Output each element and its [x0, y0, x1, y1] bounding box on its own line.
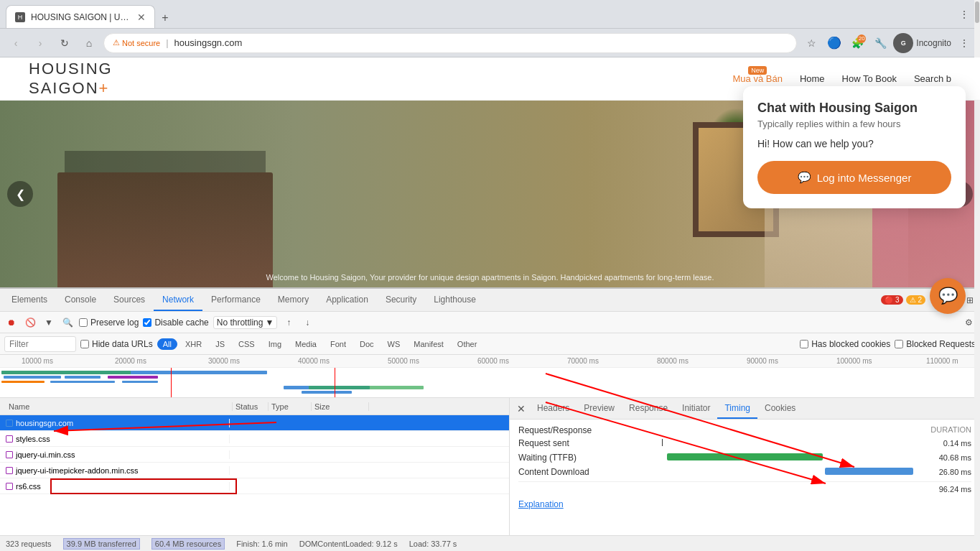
chip-font[interactable]: Font — [325, 338, 352, 350]
preserve-log-checkbox[interactable] — [79, 318, 88, 327]
tab-application[interactable]: Application — [317, 289, 377, 311]
tab-close-btn[interactable]: ✕ — [137, 11, 146, 23]
incognito-label: Incognito — [916, 38, 951, 48]
css-icon — [6, 435, 13, 443]
css-icon — [6, 451, 13, 458]
new-tab-button[interactable]: + — [155, 8, 175, 28]
detail-tab-headers[interactable]: Headers — [530, 398, 577, 419]
chrome-more-icon[interactable]: ⋮ — [954, 33, 974, 53]
timeline-bar-5 — [108, 376, 158, 379]
record-button[interactable]: ⏺ — [4, 315, 19, 330]
disable-cache-checkbox[interactable] — [143, 318, 151, 327]
detail-tab-timing[interactable]: Timing — [717, 398, 757, 419]
extensions-icon[interactable]: 🔧 — [870, 33, 890, 53]
row-name-rs6[interactable]: rs6.css — [0, 482, 230, 491]
filter-toggle-button[interactable]: ▼ — [42, 315, 56, 330]
import-har-icon[interactable]: ↑ — [281, 315, 296, 330]
table-row[interactable]: jquery-ui-timepicker-addon.min.css — [0, 463, 509, 478]
detail-tab-initiator[interactable]: Initiator — [675, 398, 717, 419]
tab-network[interactable]: Network — [154, 289, 202, 311]
chip-ws[interactable]: WS — [382, 338, 406, 350]
prev-slide-button[interactable]: ❮ — [7, 181, 33, 207]
messenger-icon: 💬 — [798, 171, 811, 184]
nav-mua-ban[interactable]: New Mua và Bán — [733, 73, 783, 84]
network-list-header: Name Status Type Size — [0, 398, 509, 415]
active-tab[interactable]: H HOUSING SAIGON | UNIQUE A... ✕ — [6, 5, 155, 28]
address-bar: ‹ › ↻ ⌂ ⚠ Not secure | housingsgn.com ☆ … — [0, 29, 980, 57]
tab-console[interactable]: Console — [56, 289, 105, 311]
nav-how-to-book[interactable]: How To Book — [842, 73, 897, 84]
website-area: HOUSING SAIGON+ New Mua và Bán Home How … — [0, 57, 980, 287]
chip-all[interactable]: All — [157, 338, 177, 350]
row-name-jquery-ui[interactable]: jquery-ui.min.css — [0, 450, 230, 459]
has-blocked-cookies-label[interactable]: Has blocked cookies — [800, 339, 890, 349]
table-row[interactable]: styles.css — [0, 431, 509, 447]
reload-button[interactable]: ↻ — [55, 33, 75, 53]
row-name-housingsgn[interactable]: housingsgn.com — [0, 419, 230, 427]
tab-lighthouse[interactable]: Lighthouse — [425, 289, 485, 311]
browser-tab-bar: H HOUSING SAIGON | UNIQUE A... ✕ + ⋮ — [0, 0, 980, 29]
timing-row-total: 96.24 ms — [518, 481, 971, 494]
back-button[interactable]: ‹ — [6, 33, 26, 53]
explanation-link[interactable]: Explanation — [518, 499, 564, 509]
throttle-dropdown[interactable]: No throttling ▼ — [213, 316, 278, 329]
tab-memory[interactable]: Memory — [269, 289, 317, 311]
nav-search[interactable]: Search b — [914, 73, 951, 84]
extension-icon-1[interactable]: 🔵 — [824, 33, 844, 53]
hide-data-urls-checkbox[interactable] — [80, 340, 89, 348]
row-name-jquery-timepicker[interactable]: jquery-ui-timepicker-addon.min.css — [0, 466, 230, 475]
detail-tab-preview[interactable]: Preview — [577, 398, 622, 419]
preserve-log-label[interactable]: Preserve log — [79, 318, 139, 328]
table-row[interactable]: rs6.css — [0, 478, 509, 494]
messenger-login-button[interactable]: 💬 Log into Messenger — [757, 161, 951, 194]
blocked-requests-label[interactable]: Blocked Requests — [895, 339, 976, 349]
export-har-icon[interactable]: ↓ — [300, 315, 314, 330]
tab-performance[interactable]: Performance — [202, 289, 269, 311]
profile-button[interactable]: G — [893, 33, 913, 53]
error-badge: 🔴 3 — [881, 295, 902, 305]
disable-cache-label[interactable]: Disable cache — [143, 318, 208, 328]
security-indicator: ⚠ Not secure — [113, 38, 160, 47]
clear-button[interactable]: 🚫 — [23, 315, 37, 330]
table-row[interactable]: housingsgn.com — [0, 415, 509, 431]
extension-icon-2[interactable]: 🧩 20 — [847, 33, 867, 53]
bookmark-icon[interactable]: ☆ — [801, 33, 821, 53]
forward-button[interactable]: › — [30, 33, 50, 53]
chip-manifest[interactable]: Manifest — [408, 338, 449, 350]
tab-security[interactable]: Security — [377, 289, 425, 311]
tab-elements[interactable]: Elements — [3, 289, 56, 311]
has-blocked-cookies-checkbox[interactable] — [800, 340, 808, 348]
tab-sources[interactable]: Sources — [105, 289, 154, 311]
chip-xhr[interactable]: XHR — [179, 338, 207, 350]
blocked-requests-checkbox[interactable] — [895, 340, 903, 348]
home-button[interactable]: ⌂ — [79, 33, 99, 53]
detail-tab-response[interactable]: Response — [622, 398, 675, 419]
network-split: Name Status Type Size housingsgn.com sty… — [0, 398, 980, 535]
chip-media[interactable]: Media — [289, 338, 322, 350]
hide-data-urls-label[interactable]: Hide data URLs — [80, 339, 153, 349]
finish-time: Finish: 1.6 min — [236, 540, 288, 548]
chip-other[interactable]: Other — [452, 338, 483, 350]
network-settings-icon[interactable]: ⚙ — [961, 315, 976, 330]
network-toolbar: ⏺ 🚫 ▼ 🔍 Preserve log Disable cache No th… — [0, 312, 980, 333]
url-bar[interactable]: ⚠ Not secure | housingsgn.com — [103, 33, 797, 53]
devtools-tab-bar: Elements Console Sources Network Perform… — [0, 289, 980, 312]
timeline-bar-8 — [122, 381, 158, 383]
chip-img[interactable]: Img — [263, 338, 287, 350]
nav-home[interactable]: Home — [800, 73, 825, 84]
timing-bar-area-download — [662, 468, 921, 476]
chip-js[interactable]: JS — [210, 338, 230, 350]
network-main-area: 10000 ms 20000 ms 30000 ms 40000 ms 5000… — [0, 355, 980, 551]
filter-input[interactable] — [4, 336, 76, 352]
chip-doc[interactable]: Doc — [354, 338, 380, 350]
chip-css[interactable]: CSS — [233, 338, 261, 350]
row-name-styles[interactable]: styles.css — [0, 435, 230, 443]
search-button[interactable]: 🔍 — [60, 315, 75, 330]
detail-tab-cookies[interactable]: Cookies — [757, 398, 803, 419]
table-row[interactable]: jquery-ui.min.css — [0, 447, 509, 463]
chrome-menu-icon[interactable]: ⋮ — [954, 4, 974, 24]
ttfb-bar — [667, 453, 823, 460]
detail-close-button[interactable]: ✕ — [513, 398, 530, 419]
css-icon — [6, 483, 13, 490]
tick-50000: 50000 ms — [388, 357, 419, 365]
